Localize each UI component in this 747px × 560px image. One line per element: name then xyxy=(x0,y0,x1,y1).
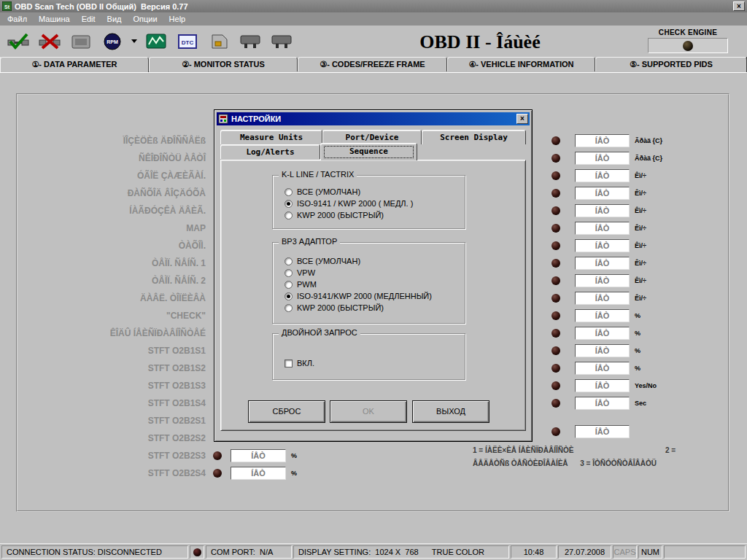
status-filler xyxy=(664,545,746,559)
param-unit: Êì/÷ xyxy=(635,242,646,249)
param-unit: % xyxy=(291,452,297,459)
connection-led xyxy=(190,545,204,559)
param-label: ÊÎÄÛ ÍÅÈÑÏÐÀÂÍÎÑÒÅÉ xyxy=(3,328,206,338)
num-indicator: NUM xyxy=(638,545,662,559)
param-value-box: ÍÅÒ xyxy=(575,362,630,375)
param-led-icon xyxy=(213,469,222,478)
param-unit: Ãðàä {C} xyxy=(635,155,662,162)
caps-indicator: CAPS xyxy=(613,545,637,559)
connection-led-icon xyxy=(193,548,201,556)
param-value-box: ÍÅÒ xyxy=(575,222,630,235)
param-led-icon xyxy=(551,329,560,338)
param-led-icon xyxy=(551,399,560,408)
param-unit: Ãðàä {C} xyxy=(635,137,662,144)
ok-button: OK xyxy=(330,400,407,423)
param-value-box: ÍÅÒ xyxy=(575,169,630,182)
display-setting-status: DISPLAY SETTING: 1024 X 768 TRUE COLOR xyxy=(293,545,509,559)
param-unit: Êì/÷ xyxy=(635,295,646,302)
param-led-icon xyxy=(551,381,560,390)
dialog-tab-sequence[interactable]: Sequence xyxy=(320,143,417,160)
dialog-tab-screen-display[interactable]: Screen Display xyxy=(422,130,526,144)
param-unit: Êì/÷ xyxy=(635,225,646,232)
param-unit: Êì/÷ xyxy=(635,207,646,214)
param-led-icon xyxy=(551,189,560,198)
param-unit: % xyxy=(635,330,640,337)
param-label: ÓÃÎË ÇÀÆÈÃÀÍ. xyxy=(3,171,206,181)
param-unit: Êì/÷ xyxy=(635,190,646,197)
param-led-icon xyxy=(551,311,560,320)
settings-dialog: НАСТРОЙКИ × Measure UnitsPort/DeviceScre… xyxy=(214,109,533,442)
param-value-box: ÍÅÒ xyxy=(575,134,630,147)
param-unit: Sec xyxy=(635,400,646,407)
param-value-box: ÍÅÒ xyxy=(575,239,630,252)
param-unit: % xyxy=(635,365,640,372)
param-label: ÄÀÂË. ÒÎÏËÈÂÀ xyxy=(3,293,206,303)
param-unit: % xyxy=(291,470,297,477)
reset-button[interactable]: СБРОС xyxy=(248,400,325,423)
param-label: ÍÀÃÐÓÇÊÀ ÄÂÈÃ. xyxy=(3,206,206,216)
legend-line-1: 1 = ÍÀËÈ×ÈÅ ÍÅÈÑÏÐÀÂÍÎÑÒÈ xyxy=(473,446,573,454)
param-label: ÒÀÕÎÌ. xyxy=(3,241,206,251)
param-led-icon xyxy=(551,224,560,233)
param-value-box: ÍÅÒ xyxy=(575,152,630,165)
param-value-box: ÍÅÒ xyxy=(575,379,630,392)
param-led-icon xyxy=(551,276,560,285)
param-unit: Yes/No xyxy=(635,382,657,389)
dialog-tab-log-alerts[interactable]: Log/Alerts xyxy=(220,144,320,159)
param-label: ÒÅÌÏ. ÑÅÍÑ. 1 xyxy=(3,258,206,268)
param-label: ÒÅÌÏ. ÑÅÍÑ. 2 xyxy=(3,276,206,286)
param-value-box: ÍÅÒ xyxy=(575,344,630,357)
exit-button[interactable]: ВЫХОД xyxy=(412,400,489,423)
date: 27.07.2008 xyxy=(558,545,611,559)
param-value-box: ÍÅÒ xyxy=(575,292,630,305)
connection-status: CONNECTION STATUS: DISCONNECTED xyxy=(1,545,188,559)
legend-line-1-right: 2 = xyxy=(665,446,676,454)
param-label: ÑÊÎÐÎÑÒÜ ÀÂÒÎ xyxy=(3,153,206,163)
param-label: MAP xyxy=(3,223,206,233)
dialog-tab-bar: Measure UnitsPort/DeviceScreen DisplayLo… xyxy=(214,110,532,161)
param-value-box: ÍÅÒ xyxy=(575,274,630,287)
dialog-buttons: СБРОСOKВЫХОД xyxy=(221,160,525,430)
param-unit: Êì/÷ xyxy=(635,260,646,267)
param-value-box: ÍÅÒ xyxy=(575,187,630,200)
param-label: STFT O2B2S4 xyxy=(3,468,206,478)
app-window: St OBD Scan Tech (OBD II Общий) Версия 0… xyxy=(0,0,747,560)
param-led-icon xyxy=(551,154,560,163)
param-led-icon xyxy=(551,427,560,436)
param-led-icon xyxy=(213,451,222,460)
param-value-box: ÍÅÒ xyxy=(575,204,630,217)
param-label: STFT O2B2S3 xyxy=(3,451,206,461)
param-label: STFT O2B2S2 xyxy=(3,433,206,443)
sequence-tab-page: K-L LINE / TACTRIXВСЕ (УМОЛЧАН)ISO-9141 … xyxy=(220,160,526,431)
param-unit: Êì/÷ xyxy=(635,172,646,179)
param-value-box: ÍÅÒ xyxy=(575,257,630,270)
param-label: STFT O2B1S1 xyxy=(3,346,206,356)
param-value-box: ÍÅÒ xyxy=(231,449,286,462)
dialog-tab-port-device[interactable]: Port/Device xyxy=(322,130,422,144)
param-led-icon xyxy=(551,346,560,355)
param-value-box: ÍÅÒ xyxy=(231,467,286,480)
param-led-icon xyxy=(551,206,560,215)
com-port-status: COM PORT: N/A xyxy=(206,545,292,559)
status-bar: CONNECTION STATUS: DISCONNECTED COM PORT… xyxy=(0,543,747,560)
param-value-box: ÍÅÒ xyxy=(575,397,630,410)
clock: 10:48 xyxy=(511,545,557,559)
param-label: "CHECK" xyxy=(3,311,206,321)
param-unit: % xyxy=(635,347,640,354)
param-led-icon xyxy=(551,136,560,145)
param-label: ÏÎÇÈÖÈß ÄÐÎÑÑÅËß xyxy=(3,136,206,146)
param-led-icon xyxy=(551,171,560,180)
param-label: STFT O2B1S4 xyxy=(3,398,206,408)
dialog-tab-measure-units[interactable]: Measure Units xyxy=(220,130,322,144)
param-led-icon xyxy=(551,259,560,268)
param-label: STFT O2B2S1 xyxy=(3,416,206,426)
param-label: STFT O2B1S2 xyxy=(3,363,206,373)
param-value-box: ÍÅÒ xyxy=(575,425,630,438)
param-unit: Êì/÷ xyxy=(635,277,646,284)
param-led-icon xyxy=(551,294,560,303)
param-led-icon xyxy=(551,364,560,373)
param-led-icon xyxy=(551,241,560,250)
param-unit: % xyxy=(635,312,640,319)
param-label: ÐÀÑÕÎÄ ÂÎÇÄÓÕÀ xyxy=(3,188,206,198)
param-value-box: ÍÅÒ xyxy=(575,327,630,340)
